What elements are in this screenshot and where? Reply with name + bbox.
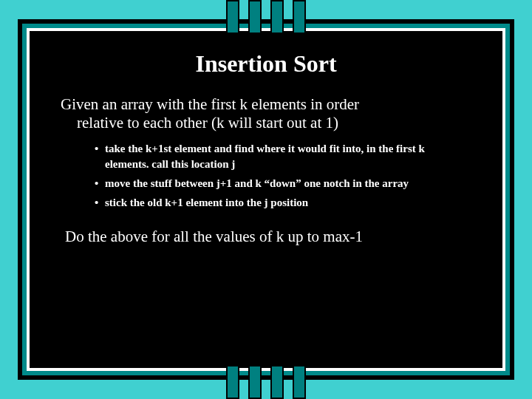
top-binding-decoration — [226, 0, 306, 34]
comb-tooth — [270, 0, 284, 34]
comb-tooth — [270, 365, 284, 399]
intro-line-2: relative to each other (k will start out… — [65, 114, 471, 132]
slide-content-area: Insertion Sort Given an array with the f… — [30, 31, 502, 368]
comb-tooth — [248, 0, 262, 34]
bullet-list: take the k+1st element and find where it… — [61, 141, 471, 210]
closing-paragraph: Do the above for all the values of k up … — [61, 228, 471, 246]
list-item: move the stuff between j+1 and k “down” … — [95, 176, 471, 191]
intro-line-1: Given an array with the first k elements… — [61, 95, 359, 113]
bottom-binding-decoration — [226, 365, 306, 399]
comb-tooth — [293, 0, 306, 34]
comb-tooth — [293, 365, 306, 399]
list-item: stick the old k+1 element into the j pos… — [95, 195, 471, 210]
comb-tooth — [248, 365, 262, 399]
comb-tooth — [226, 365, 239, 399]
intro-paragraph: Given an array with the first k elements… — [61, 95, 471, 132]
comb-tooth — [226, 0, 239, 34]
slide-stage: Insertion Sort Given an array with the f… — [0, 0, 532, 399]
list-item: take the k+1st element and find where it… — [95, 141, 471, 171]
slide-title: Insertion Sort — [61, 50, 471, 78]
